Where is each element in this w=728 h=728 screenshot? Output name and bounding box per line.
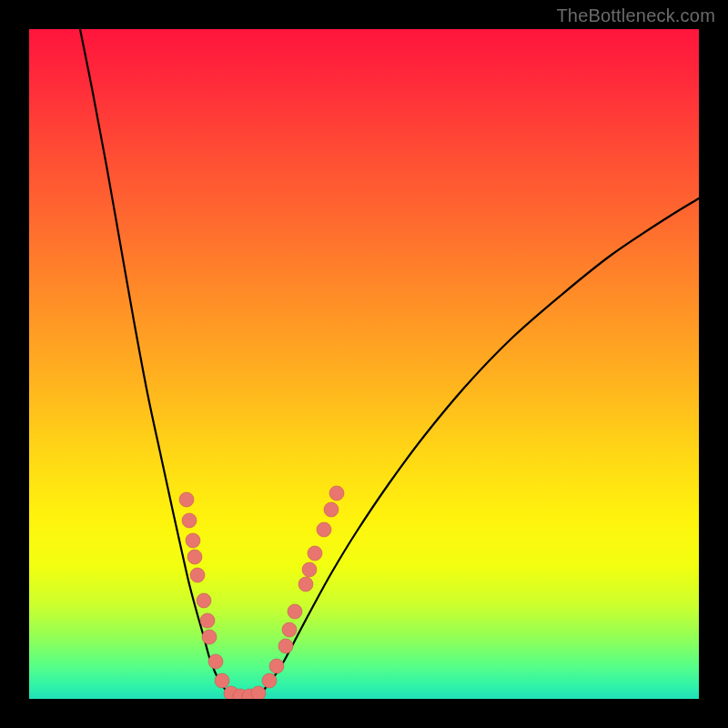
marker-dot [282,622,297,637]
marker-dot [182,513,197,528]
marker-dot [302,562,317,577]
marker-dot [262,673,277,688]
marker-dot [288,604,302,619]
marker-dot [308,546,322,561]
chart-svg [29,29,699,699]
marker-dot [197,593,211,608]
bottleneck-curve [80,29,699,698]
marker-dot [251,686,266,699]
marker-dot [269,659,284,673]
marker-dot [179,492,194,507]
marker-dot [329,486,344,500]
marker-dot [278,639,293,653]
marker-dot [186,533,200,548]
marker-dots-group [179,486,344,699]
marker-dot [200,613,215,628]
marker-dot [324,502,339,517]
marker-dot [208,654,223,669]
watermark-text: TheBottleneck.com [556,5,715,26]
marker-dot [190,568,205,582]
marker-dot [298,577,313,592]
marker-dot [202,630,217,644]
outer-frame: TheBottleneck.com [0,0,728,728]
plot-area [29,29,699,699]
marker-dot [187,550,202,564]
marker-dot [215,673,229,688]
marker-dot [317,522,331,537]
